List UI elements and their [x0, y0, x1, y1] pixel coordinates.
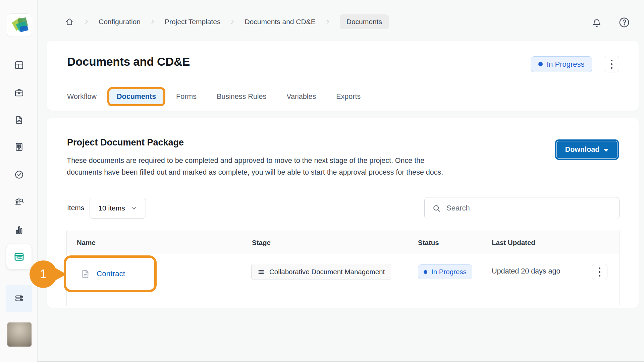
- kebab-dot-icon: [611, 63, 612, 65]
- help-icon: [618, 16, 630, 28]
- layout-icon: [14, 60, 24, 70]
- chevron-right-icon: [324, 18, 331, 25]
- bell-icon: [591, 18, 602, 28]
- document-icon: [80, 268, 91, 280]
- kebab-dot-icon: [599, 275, 600, 277]
- institution-search-icon: [14, 197, 24, 207]
- column-header-name: Name: [77, 231, 96, 254]
- caret-down-icon: [603, 149, 609, 152]
- sidebar-item-reports[interactable]: [14, 115, 24, 125]
- servers-icon: [14, 293, 24, 303]
- card-form-icon: [13, 251, 25, 262]
- sidebar-item-data[interactable]: [6, 285, 32, 312]
- row-status-badge: In Progress: [418, 264, 472, 279]
- table-header-row: Name Stage Status Last Updated: [67, 231, 620, 254]
- tab-exports[interactable]: Exports: [336, 93, 361, 101]
- row-status-label: In Progress: [431, 268, 467, 276]
- column-header-stage: Stage: [252, 231, 271, 254]
- chevron-right-icon: [229, 18, 236, 25]
- briefcase-icon: [14, 87, 24, 98]
- tab-forms[interactable]: Forms: [176, 93, 197, 101]
- kebab-dot-icon: [611, 60, 612, 61]
- stage-chip[interactable]: Collaborative Document Management: [251, 264, 391, 280]
- column-header-status: Status: [418, 231, 439, 254]
- status-badge-label: In Progress: [547, 60, 585, 69]
- items-per-page-select[interactable]: 10 items: [90, 198, 146, 219]
- status-badge[interactable]: In Progress: [531, 56, 592, 72]
- app-window: Configuration Project Templates Document…: [0, 0, 644, 362]
- breadcrumb-project-templates[interactable]: Project Templates: [165, 18, 221, 26]
- tab-variables[interactable]: Variables: [286, 93, 316, 101]
- items-per-page-value: 10 items: [98, 204, 125, 212]
- chevron-down-icon: [130, 205, 137, 212]
- items-label: Items: [67, 204, 84, 212]
- home-icon: [65, 17, 74, 26]
- chevron-right-icon: [149, 18, 156, 25]
- logo-leaves-icon: [10, 16, 29, 34]
- breadcrumb-current-documents: Documents: [340, 14, 389, 29]
- user-avatar[interactable]: [7, 322, 32, 347]
- row-more-actions-button[interactable]: [592, 264, 607, 280]
- status-dot-icon: [424, 270, 427, 274]
- app-logo[interactable]: [7, 13, 32, 37]
- sidebar-item-analytics[interactable]: [14, 225, 24, 235]
- stage-chip-label: Collaborative Document Management: [269, 268, 385, 276]
- search-box: [424, 197, 620, 219]
- section-title: Project Document Package: [67, 137, 184, 148]
- avatar-image: [7, 322, 32, 347]
- document-report-icon: [14, 115, 24, 125]
- tab-documents-active[interactable]: Documents: [107, 87, 165, 106]
- kebab-dot-icon: [599, 267, 600, 269]
- sidebar-item-projects[interactable]: [14, 87, 24, 98]
- breadcrumb-configuration[interactable]: Configuration: [99, 18, 141, 26]
- sidebar-item-approvals[interactable]: [14, 169, 24, 180]
- building-icon: [14, 142, 24, 152]
- download-button[interactable]: Download: [555, 139, 619, 160]
- hamburger-icon: [258, 268, 265, 276]
- sidebar: [0, 0, 38, 362]
- home-breadcrumb[interactable]: [64, 17, 74, 27]
- kebab-dot-icon: [599, 271, 600, 273]
- bar-chart-icon: [14, 225, 24, 235]
- annotation-step-number: 1: [40, 267, 47, 281]
- chevron-right-icon: [83, 18, 90, 25]
- contract-cell-highlight: Contract: [64, 255, 157, 292]
- last-updated-text: Updated 20 days ago: [492, 267, 560, 276]
- tab-business-rules[interactable]: Business Rules: [217, 93, 266, 101]
- kebab-dot-icon: [611, 67, 612, 69]
- help-button[interactable]: [618, 16, 631, 29]
- search-input[interactable]: [446, 204, 612, 213]
- column-header-last-updated: Last Updated: [492, 231, 535, 254]
- download-button-label: Download: [565, 145, 600, 154]
- sidebar-item-audit[interactable]: [14, 196, 24, 207]
- search-icon: [432, 204, 441, 213]
- contract-link[interactable]: Contract: [97, 269, 125, 278]
- breadcrumb: Configuration Project Templates Document…: [64, 13, 389, 30]
- breadcrumb-documents-and-cde[interactable]: Documents and CD&E: [245, 18, 315, 26]
- page-title: Documents and CD&E: [67, 55, 190, 68]
- header-more-actions-button[interactable]: [604, 56, 619, 72]
- status-dot-icon: [538, 62, 543, 66]
- tab-bar: Workflow Documents Forms Business Rules …: [67, 86, 361, 107]
- check-circle-icon: [14, 170, 24, 180]
- section-description: These documents are required to be compl…: [67, 155, 458, 178]
- sidebar-item-organizations[interactable]: [14, 141, 24, 152]
- annotation-step-marker: 1: [30, 260, 57, 288]
- notifications-button[interactable]: [590, 17, 603, 29]
- sidebar-item-templates-active[interactable]: [6, 244, 32, 269]
- tab-workflow[interactable]: Workflow: [67, 93, 97, 101]
- sidebar-item-dashboard[interactable]: [14, 60, 24, 70]
